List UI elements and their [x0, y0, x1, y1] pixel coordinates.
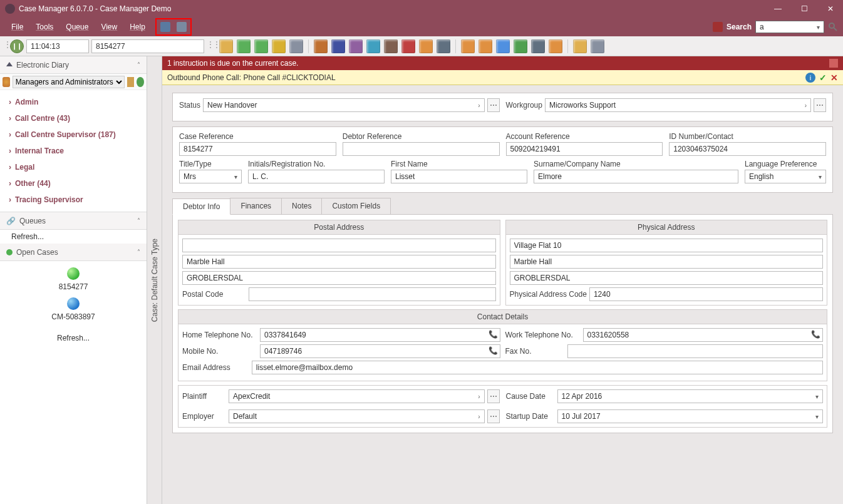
toolbar-folder-icon[interactable] [331, 39, 345, 53]
vertical-tab[interactable]: Case: Default Case Type [147, 56, 162, 504]
toolbar-print-icon[interactable] [531, 39, 545, 53]
case-ref-quick-input[interactable] [91, 39, 204, 53]
open-cases-header[interactable]: Open Cases ˄ [0, 244, 147, 261]
tree-icon[interactable] [127, 77, 135, 87]
physical-line3-input[interactable] [510, 271, 824, 285]
case-status-ball[interactable] [67, 267, 80, 280]
case-status-ball[interactable] [67, 297, 80, 310]
physical-line1-input[interactable] [510, 239, 824, 252]
toolbar-person-icon[interactable] [366, 39, 380, 53]
physical-line2-input[interactable] [510, 255, 824, 269]
toolbar-building-icon[interactable] [437, 39, 450, 53]
title-type-select[interactable]: Mrs▾ [179, 170, 242, 183]
open-case-ref[interactable]: 8154277 [4, 282, 143, 291]
toolbar-refresh-icon[interactable] [237, 39, 251, 53]
minimize-button[interactable]: — [770, 3, 785, 15]
employer-options-button[interactable]: ⋯ [487, 409, 500, 423]
toolbar-user-icon[interactable] [314, 39, 328, 53]
toolbar-money-icon[interactable] [549, 39, 562, 53]
tab-notes[interactable]: Notes [281, 198, 322, 214]
workgroup-options-button[interactable]: ⋯ [814, 98, 826, 112]
refresh-icon[interactable] [137, 77, 144, 87]
info-icon[interactable]: i [805, 73, 815, 83]
close-icon[interactable]: ✕ [830, 73, 838, 83]
fax-input[interactable] [567, 344, 823, 358]
tree-item[interactable]: Legal [0, 159, 147, 175]
physical-code-input[interactable] [589, 287, 823, 301]
open-cases-refresh-link[interactable]: Refresh... [4, 334, 143, 342]
chevron-up-icon[interactable]: ˄ [137, 217, 140, 224]
plaintiff-options-button[interactable]: ⋯ [487, 389, 500, 403]
tree-item[interactable]: Admin [0, 94, 147, 110]
postal-line1-input[interactable] [182, 239, 496, 252]
employer-select[interactable]: Default› [229, 409, 485, 423]
maximize-button[interactable]: ☐ [797, 3, 812, 15]
flag-icon[interactable] [829, 59, 838, 68]
id-number-input[interactable] [669, 142, 826, 156]
play-pause-button[interactable]: ❙❙ [10, 39, 24, 53]
search-icon[interactable] [828, 22, 838, 32]
first-name-input[interactable] [391, 170, 527, 183]
close-button[interactable]: ✕ [823, 3, 838, 15]
chevron-down-icon[interactable]: ▾ [817, 24, 820, 31]
toolbar-tag-icon[interactable] [573, 39, 587, 53]
cause-date-select[interactable]: 12 Apr 2016▾ [557, 389, 824, 403]
menu-help[interactable]: Help [123, 20, 152, 34]
email-input[interactable] [252, 361, 823, 374]
toolbar-lock-icon[interactable] [461, 39, 475, 53]
postal-line2-input[interactable] [182, 255, 496, 269]
dashboard-icon[interactable] [160, 22, 170, 32]
checkmark-icon[interactable]: ✓ [819, 73, 827, 83]
toolbar-star-icon[interactable] [478, 39, 492, 53]
initials-input[interactable] [248, 170, 385, 183]
toolbar-save-icon[interactable] [219, 39, 233, 53]
toolbar-run-icon[interactable] [401, 39, 415, 53]
postal-line3-input[interactable] [182, 271, 496, 285]
toolbar-globe-icon[interactable] [514, 39, 527, 53]
mobile-input[interactable] [260, 344, 500, 358]
tree-item[interactable]: Call Centre (43) [0, 110, 147, 126]
report-icon[interactable] [177, 22, 187, 32]
menu-view[interactable]: View [95, 20, 123, 34]
managers-dropdown[interactable]: Managers and Administrators [13, 76, 125, 88]
electronic-diary-header[interactable]: Electronic Diary ˄ [0, 56, 147, 74]
plaintiff-select[interactable]: ApexCredit› [229, 389, 485, 403]
home-tel-input[interactable] [260, 328, 500, 342]
work-tel-input[interactable] [583, 328, 824, 342]
startup-date-select[interactable]: 10 Jul 2017▾ [557, 409, 824, 423]
toolbar-clipboard-icon[interactable] [349, 39, 363, 53]
tree-item[interactable]: Call Centre Supervisor (187) [0, 126, 147, 143]
sync-icon[interactable] [713, 22, 723, 32]
tab-finances[interactable]: Finances [230, 198, 282, 214]
postal-code-input[interactable] [249, 287, 496, 301]
phone-icon[interactable]: 📞 [489, 330, 498, 339]
status-select[interactable]: New Handover› [203, 98, 484, 112]
queues-refresh-link[interactable]: Refresh... [11, 232, 135, 241]
toolbar-list-icon[interactable] [289, 39, 303, 53]
chevron-up-icon[interactable]: ˄ [137, 61, 140, 68]
toolbar-hammer-icon[interactable] [384, 39, 398, 53]
menu-queue[interactable]: Queue [59, 20, 95, 34]
toolbar-add-icon[interactable] [254, 39, 268, 53]
account-reference-input[interactable] [506, 142, 663, 156]
chevron-up-icon[interactable]: ˄ [137, 249, 140, 255]
open-case-ref[interactable]: CM-5083897 [4, 312, 143, 321]
toolbar-mail-icon[interactable] [496, 39, 510, 53]
toolbar-group-icon[interactable] [419, 39, 433, 53]
status-options-button[interactable]: ⋯ [487, 98, 500, 112]
language-select[interactable]: English▾ [745, 170, 826, 183]
menu-file[interactable]: File [5, 20, 29, 34]
phone-icon[interactable]: 📞 [489, 346, 498, 355]
toolbar-delete-icon[interactable] [272, 39, 286, 53]
tab-custom-fields[interactable]: Custom Fields [321, 198, 391, 214]
tree-item[interactable]: Internal Trace [0, 143, 147, 159]
time-input[interactable] [26, 39, 89, 53]
surname-input[interactable] [534, 170, 738, 183]
case-reference-input[interactable] [179, 142, 336, 156]
search-input[interactable]: a ▾ [755, 21, 824, 33]
toolbar-glasses-icon[interactable] [591, 39, 604, 53]
tree-item[interactable]: Tracing Supervisor [0, 192, 147, 208]
phone-icon[interactable]: 📞 [811, 330, 820, 339]
tab-debtor-info[interactable]: Debtor Info [172, 198, 230, 215]
menu-tools[interactable]: Tools [29, 20, 59, 34]
